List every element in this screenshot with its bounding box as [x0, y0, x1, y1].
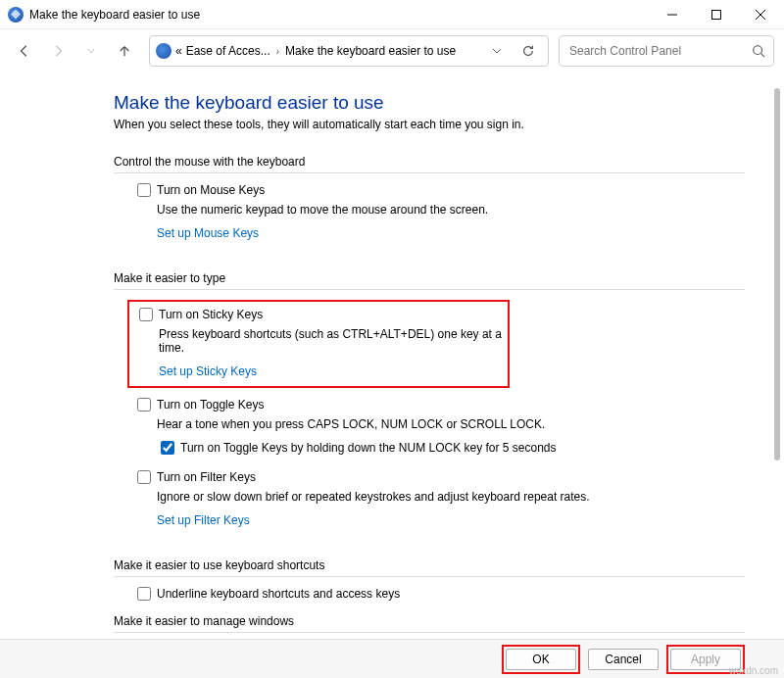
section-windows: Make it easier to manage windows [114, 614, 745, 633]
setup-mouse-keys-link[interactable]: Set up Mouse Keys [157, 226, 259, 240]
search-input[interactable] [567, 43, 752, 59]
refresh-button[interactable] [514, 37, 542, 65]
section-type: Make it easier to type Turn on Sticky Ke… [114, 271, 745, 545]
toggle-keys-checkbox[interactable] [137, 398, 151, 412]
highlight-ok: OK [502, 645, 580, 674]
filter-keys-checkbox[interactable] [137, 470, 151, 484]
setup-filter-keys-link[interactable]: Set up Filter Keys [157, 513, 250, 527]
checkbox-label: Turn on Sticky Keys [159, 308, 263, 321]
forward-button[interactable] [43, 36, 73, 66]
divider [114, 289, 745, 290]
back-button[interactable] [10, 36, 39, 66]
search-box[interactable] [559, 35, 774, 67]
breadcrumb-item[interactable]: Make the keyboard easier to use [285, 44, 456, 58]
search-icon [752, 44, 765, 58]
checkbox-label: Turn on Mouse Keys [157, 183, 265, 197]
section-mouse: Control the mouse with the keyboard Turn… [114, 155, 745, 258]
breadcrumb-item[interactable]: Ease of Acces... [186, 44, 270, 58]
section-header: Make it easier to manage windows [114, 614, 745, 630]
option-description: Press keyboard shortcuts (such as CTRL+A… [159, 327, 502, 355]
option-description: Use the numeric keypad to move the mouse… [157, 203, 745, 217]
nav-bar: « Ease of Acces... › Make the keyboard e… [0, 29, 784, 73]
footer-bar: OK Cancel Apply [0, 639, 784, 678]
scrollbar-thumb[interactable] [774, 88, 780, 460]
section-header: Make it easier to use keyboard shortcuts [114, 558, 745, 574]
minimize-button[interactable] [650, 1, 694, 28]
window-controls [650, 1, 782, 28]
page-title: Make the keyboard easier to use [114, 92, 745, 114]
checkbox-label: Turn on Filter Keys [157, 470, 256, 484]
chevron-right-icon: › [276, 46, 279, 57]
title-bar: Make the keyboard easier to use [0, 0, 784, 29]
main-content: Make the keyboard easier to use When you… [0, 73, 784, 639]
close-button[interactable] [738, 1, 782, 28]
setup-sticky-keys-link[interactable]: Set up Sticky Keys [159, 364, 257, 378]
checkbox-label: Turn on Toggle Keys by holding down the … [180, 441, 557, 455]
page-subtitle: When you select these tools, they will a… [114, 118, 745, 131]
svg-line-5 [761, 54, 765, 58]
highlight-sticky-keys: Turn on Sticky Keys Press keyboard short… [127, 300, 510, 388]
toggle-keys-numlock-checkbox[interactable] [161, 441, 174, 455]
divider [114, 632, 745, 633]
up-button[interactable] [110, 36, 139, 66]
section-shortcuts: Make it easier to use keyboard shortcuts… [114, 558, 745, 601]
watermark: wsxdn.com [729, 665, 778, 676]
control-panel-icon [156, 43, 172, 59]
sticky-keys-checkbox[interactable] [139, 308, 153, 321]
address-bar[interactable]: « Ease of Acces... › Make the keyboard e… [149, 35, 549, 67]
breadcrumb-prefix: « [175, 44, 182, 58]
svg-rect-1 [711, 10, 720, 19]
option-description: Ignore or slow down brief or repeated ke… [157, 490, 745, 504]
checkbox-label: Underline keyboard shortcuts and access … [157, 587, 400, 601]
recent-dropdown[interactable] [76, 36, 106, 66]
window-title: Make the keyboard easier to use [29, 8, 200, 22]
control-panel-icon [8, 7, 24, 23]
ok-button[interactable]: OK [506, 649, 576, 670]
section-header: Make it easier to type [114, 271, 745, 287]
divider [114, 576, 745, 577]
address-dropdown[interactable] [483, 37, 511, 65]
option-description: Hear a tone when you press CAPS LOCK, NU… [157, 417, 745, 431]
section-header: Control the mouse with the keyboard [114, 155, 745, 170]
divider [114, 172, 745, 173]
checkbox-label: Turn on Toggle Keys [157, 398, 264, 412]
cancel-button[interactable]: Cancel [588, 649, 659, 670]
svg-point-4 [754, 46, 762, 55]
underline-shortcuts-checkbox[interactable] [137, 587, 151, 601]
maximize-button[interactable] [694, 1, 738, 28]
mouse-keys-checkbox[interactable] [137, 183, 151, 197]
